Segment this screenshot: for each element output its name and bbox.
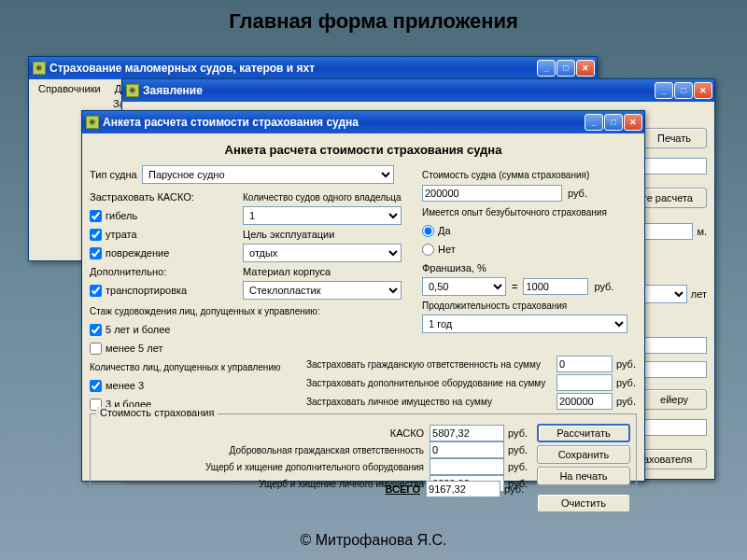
- rub-suffix: руб.: [616, 377, 636, 388]
- count-label: Количество судов одного владельца: [243, 192, 402, 203]
- maximize-button[interactable]: □: [674, 82, 693, 99]
- kasko-label: Застраховать КАСКО:: [90, 191, 194, 203]
- page-title: Главная форма приложения: [0, 0, 747, 39]
- age-suffix: лет: [691, 288, 707, 300]
- close-button[interactable]: ✕: [694, 82, 712, 99]
- app-icon: ✳: [86, 116, 99, 129]
- chk-less5[interactable]: [90, 343, 102, 355]
- survey-button[interactable]: ейеру: [641, 389, 707, 410]
- prod-label: Продолжительность страхования: [422, 301, 567, 311]
- grazhd-input[interactable]: [557, 356, 613, 372]
- ush-dop-result[interactable]: [430, 458, 504, 475]
- print-button[interactable]: Печать: [641, 128, 707, 148]
- franshiza-select[interactable]: 0,50: [422, 277, 506, 296]
- menu-spravochniki[interactable]: Справочники: [33, 81, 106, 96]
- stoimost-label: Стоимость судна (сумма страхования): [422, 170, 589, 180]
- dop-label: Дополнительно:: [90, 266, 166, 277]
- titlebar-application[interactable]: ✳ Заявление _ □ ✕: [122, 79, 714, 102]
- kasko-result-label: КАСКО: [96, 427, 430, 439]
- ship-type-select[interactable]: Парусное судно: [142, 165, 394, 184]
- titlebar-main[interactable]: ✳ Страхование маломерных судов, катеров …: [29, 57, 597, 79]
- window-anketa: ✳ Анкета расчета стоимости страхования с…: [81, 110, 645, 482]
- minimize-button[interactable]: _: [655, 82, 673, 99]
- rub-suffix: руб.: [568, 188, 587, 199]
- ush-dop-label: Ущерб и хищение дополнительного оборудов…: [96, 462, 430, 472]
- anketa-client: Анкета расчета стоимости страхования суд…: [82, 133, 644, 481]
- chk-less3[interactable]: [90, 380, 102, 392]
- chk-utrata[interactable]: [90, 229, 102, 241]
- maximize-button[interactable]: □: [557, 60, 575, 77]
- minimize-button[interactable]: _: [585, 114, 603, 131]
- rub-suffix: руб.: [508, 427, 528, 439]
- print-button[interactable]: На печать: [537, 467, 630, 485]
- stoimost-input[interactable]: [422, 185, 562, 202]
- radio-da-label: Да: [438, 225, 451, 236]
- calc-button[interactable]: Рассчитать: [537, 424, 630, 442]
- close-button[interactable]: ✕: [624, 114, 642, 131]
- chk-5plus[interactable]: [90, 324, 102, 336]
- radio-net-label: Нет: [438, 244, 456, 255]
- rub-suffix: руб.: [616, 358, 636, 370]
- chk-transport-label: транспортировка: [106, 285, 187, 296]
- dop-ins-input[interactable]: [557, 374, 613, 391]
- app-icon: ✳: [33, 62, 46, 75]
- dgo-result-label: Добровольная гражданская ответственность: [96, 445, 430, 455]
- rub-suffix: руб.: [508, 444, 528, 455]
- material-select[interactable]: Стеклопластик: [243, 281, 402, 300]
- tsel-select[interactable]: отдых: [243, 244, 402, 262]
- vsego-label: ВСЕГО: [91, 483, 426, 495]
- lich-label: Застраховать личное имущество на сумму: [306, 397, 557, 407]
- chk-gibel[interactable]: [90, 210, 102, 222]
- eq-sign: =: [512, 281, 517, 292]
- anketa-heading: Анкета расчета стоимости страхования суд…: [90, 137, 637, 164]
- franshiza-label: Франшиза, %: [422, 262, 486, 273]
- lich-input[interactable]: [557, 393, 613, 410]
- chk-povrezhdenie[interactable]: [90, 247, 102, 259]
- m-suffix: м.: [697, 226, 707, 237]
- save-button[interactable]: Сохранить: [537, 445, 630, 464]
- vsego-result[interactable]: [426, 481, 500, 497]
- count-select[interactable]: 1: [243, 206, 402, 225]
- opyt-label: Имеется опыт безубыточного страхования: [422, 207, 607, 217]
- maximize-button[interactable]: □: [604, 114, 623, 131]
- chk-less5-label: менее 5 лет: [106, 343, 162, 354]
- clear-button[interactable]: Очистить: [537, 494, 630, 512]
- footer: © Митрофанова Я.С.: [0, 532, 747, 549]
- stazh-label: Стаж судовождения лиц, допущенных к упра…: [90, 306, 320, 316]
- close-button[interactable]: ✕: [576, 60, 595, 77]
- tsel-label: Цель эксплуатации: [243, 229, 334, 240]
- title-text: Страхование маломерных судов, катеров и …: [49, 62, 315, 75]
- grazhd-label: Застраховать гражданскую ответственность…: [306, 359, 557, 370]
- title-text: Заявление: [143, 84, 203, 97]
- chk-less3-label: менее 3: [106, 380, 144, 391]
- result-groupbox: Стоимость страхования КАСКОруб. Добровол…: [90, 413, 637, 486]
- rub-suffix: руб.: [594, 281, 613, 292]
- result-legend: Стоимость страхования: [96, 407, 218, 418]
- chk-povrezhdenie-label: повреждение: [106, 247, 169, 259]
- prod-select[interactable]: 1 год: [422, 315, 627, 333]
- titlebar-anketa[interactable]: ✳ Анкета расчета стоимости страхования с…: [82, 111, 644, 133]
- chk-gibel-label: гибель: [106, 210, 137, 221]
- radio-net[interactable]: [422, 244, 434, 256]
- minimize-button[interactable]: _: [537, 60, 556, 77]
- franshiza-amt[interactable]: [523, 278, 588, 295]
- rub-suffix: руб.: [616, 396, 636, 407]
- app-icon: ✳: [126, 84, 139, 97]
- chk-transport[interactable]: [90, 285, 102, 297]
- chk-5plus-label: 5 лет и более: [106, 324, 170, 335]
- ship-type-label: Тип судна: [90, 169, 142, 180]
- material-label: Материал корпуса: [243, 266, 331, 277]
- chk-utrata-label: утрата: [106, 229, 137, 240]
- dgo-result[interactable]: [430, 441, 504, 458]
- dop-ins-label: Застраховать дополнительное оборудование…: [306, 378, 557, 388]
- title-text: Анкета расчета стоимости страхования суд…: [103, 116, 359, 129]
- rub-suffix: руб.: [504, 483, 524, 495]
- kolvo-lits-label: Количество лиц, допущенных к управлению: [90, 362, 280, 372]
- rub-suffix: руб.: [508, 461, 528, 472]
- kasko-result[interactable]: [430, 425, 504, 441]
- radio-da[interactable]: [422, 225, 434, 237]
